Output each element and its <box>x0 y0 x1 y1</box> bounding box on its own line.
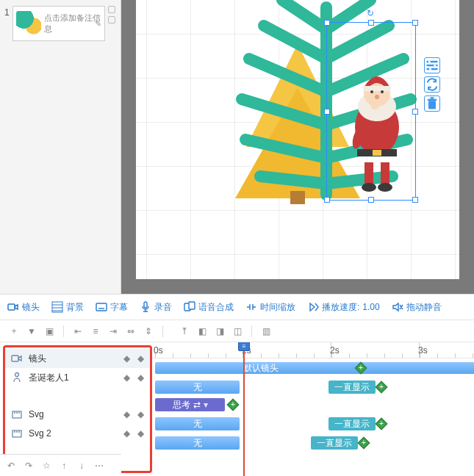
clip-default-camera[interactable]: 默认镜头 <box>155 362 474 374</box>
camera-icon <box>11 353 23 364</box>
selection-box[interactable]: ↻ <box>326 22 416 201</box>
track-row-svg2[interactable]: Svg 2 ◆◆ <box>5 424 150 443</box>
resize-handle[interactable] <box>324 109 330 115</box>
undo-icon[interactable]: ↶ <box>4 459 18 472</box>
lane-think[interactable]: 思考 ⇄ ▾ + <box>152 397 474 414</box>
ruler-tick: 3s <box>418 345 428 356</box>
edit-icon[interactable]: ✎ <box>95 19 101 29</box>
tts-button[interactable]: 语音合成 <box>184 301 234 314</box>
stage[interactable]: ↻ <box>136 0 459 279</box>
drag-mute-button[interactable]: 拖动静音 <box>392 301 442 314</box>
keyframe-add[interactable]: + <box>227 399 240 411</box>
subtitle-button[interactable]: 字幕 <box>96 301 128 314</box>
background-button[interactable]: 背景 <box>51 301 84 314</box>
playhead-handle[interactable]: ≡ <box>238 342 250 351</box>
timescale-label: 时间缩放 <box>260 301 295 314</box>
clip-none[interactable]: 无 <box>155 436 240 450</box>
rotate-handle-icon[interactable]: ↻ <box>367 8 376 17</box>
align-left-icon[interactable]: ⇤ <box>71 325 85 338</box>
subtitle-label: 字幕 <box>110 301 128 314</box>
camera-button[interactable]: 镜头 <box>7 301 40 314</box>
add-icon[interactable]: ＋ <box>7 325 21 338</box>
record-button[interactable]: 录音 <box>140 301 172 314</box>
track-row-santa[interactable]: 圣诞老人1 ◆◆ <box>5 368 150 387</box>
more-icon[interactable]: ⋯ <box>93 459 106 472</box>
svg-rect-45 <box>96 303 107 311</box>
star-icon[interactable]: ☆ <box>40 459 53 472</box>
time-ruler[interactable]: 0s 1s 2s 3s <box>152 342 474 358</box>
svg-icon <box>11 428 23 439</box>
timeline-lanes[interactable]: 0s 1s 2s 3s 默认镜头 + 无 一直显示 + 思考 ⇄ ▾ + 无 一… <box>152 342 474 476</box>
resize-handle[interactable] <box>412 109 418 115</box>
snap-gap-icon[interactable]: ◫ <box>231 325 244 338</box>
slide-item[interactable]: 1 点击添加备注信息 ✎ <box>0 0 121 43</box>
svg-rect-40 <box>8 304 15 310</box>
svg-point-35 <box>434 65 436 67</box>
lane-svg2[interactable]: 无 一直显示 + <box>152 433 474 452</box>
loop-icon: ⇄ <box>193 400 201 410</box>
resize-handle[interactable] <box>368 20 374 26</box>
track-row-svg[interactable]: Svg ◆◆ <box>5 405 150 424</box>
track-name: 圣诞老人1 <box>29 372 118 384</box>
arrange-icon[interactable]: ⇕ <box>142 325 155 338</box>
snap-end-icon[interactable]: ◨ <box>213 325 226 338</box>
clip-none[interactable]: 无 <box>155 417 240 430</box>
playhead[interactable]: ≡ <box>243 342 245 476</box>
clip-none[interactable]: 无 <box>155 381 240 394</box>
keyframe-add[interactable]: + <box>376 418 388 430</box>
camera-label: 镜头 <box>22 301 40 314</box>
resize-handle[interactable] <box>324 20 330 26</box>
speed-label: 播放速度: <box>322 301 359 314</box>
timescale-button[interactable]: 时间缩放 <box>245 301 295 314</box>
drag-mute-label: 拖动静音 <box>406 301 442 314</box>
lane-camera[interactable]: 默认镜头 + <box>152 358 474 378</box>
keyframe-add[interactable]: + <box>376 381 388 394</box>
lane-santa[interactable]: 无 一直显示 + <box>152 378 474 397</box>
thumbnail-preview <box>16 11 41 36</box>
clip-always-show[interactable]: 一直显示 <box>328 417 376 430</box>
align-right-icon[interactable]: ⇥ <box>107 325 120 338</box>
filter-icon[interactable]: ▼ <box>25 325 38 338</box>
track-row-camera[interactable]: 镜头 ◆◆ <box>5 349 150 368</box>
speed-button[interactable]: 播放速度: 1.00 <box>307 301 380 314</box>
snap-mid-icon[interactable]: ◧ <box>195 325 209 338</box>
svg-point-51 <box>15 373 19 377</box>
person-icon <box>11 372 23 383</box>
slide-thumbnail[interactable]: 点击添加备注信息 ✎ <box>12 6 105 41</box>
arrow-down-icon[interactable]: ↓ <box>75 459 88 472</box>
snap-start-icon[interactable]: ⤒ <box>178 325 191 338</box>
svg-point-36 <box>429 68 431 71</box>
redo-icon[interactable]: ↷ <box>22 459 35 472</box>
svg-rect-38 <box>428 99 437 101</box>
timeline-toolbar: ＋ ▼ ▣ ⇤ ≡ ⇥ ⇔ ⇕ ⤒ ◧ ◨ ◫ ▥ <box>0 320 474 342</box>
canvas[interactable]: ↻ <box>121 0 474 294</box>
svg-icon <box>11 408 23 420</box>
clip-always-show[interactable]: 一直显示 <box>328 381 376 394</box>
svg-line-4 <box>282 0 326 29</box>
tts-label: 语音合成 <box>198 301 234 314</box>
object-replace-button[interactable] <box>424 76 440 93</box>
clip-think[interactable]: 思考 ⇄ ▾ <box>155 398 225 411</box>
select-icon[interactable]: ▣ <box>43 325 56 338</box>
svg-rect-50 <box>12 356 18 361</box>
svg-rect-52 <box>12 411 21 418</box>
clip-always-show[interactable]: 一直显示 <box>311 436 358 450</box>
resize-handle[interactable] <box>324 197 330 203</box>
lane-svg[interactable]: 无 一直显示 + <box>152 414 474 433</box>
object-settings-button[interactable] <box>424 57 440 73</box>
track-name: Svg <box>29 409 118 419</box>
resize-handle[interactable] <box>412 197 418 203</box>
keyframe-add[interactable]: + <box>358 437 370 450</box>
cut-icon[interactable]: ▥ <box>259 325 273 338</box>
speed-value: 1.00 <box>362 302 379 312</box>
resize-handle[interactable] <box>412 20 418 26</box>
main-toolbar: 镜头 背景 字幕 录音 语音合成 时间缩放 播放速度: 1.00 拖动静音 <box>0 294 474 320</box>
distribute-icon[interactable]: ⇔ <box>124 325 137 338</box>
svg-rect-53 <box>12 430 21 437</box>
resize-handle[interactable] <box>368 197 374 203</box>
object-delete-button[interactable] <box>424 95 440 112</box>
arrow-up-icon[interactable]: ↑ <box>57 459 71 472</box>
record-label: 录音 <box>154 301 172 314</box>
svg-rect-37 <box>428 101 436 109</box>
align-center-icon[interactable]: ≡ <box>89 325 102 338</box>
